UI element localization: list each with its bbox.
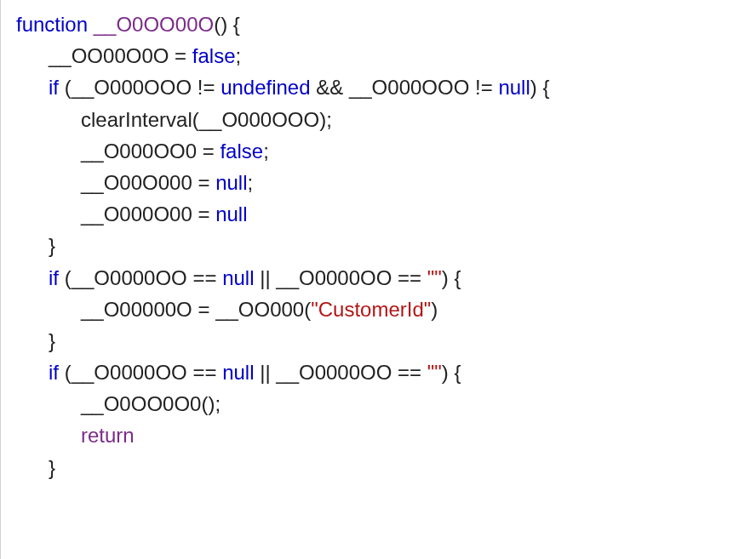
kw-false: false — [220, 140, 263, 163]
ident: __O000OO0 — [81, 140, 197, 163]
op-eq: = — [192, 202, 215, 225]
op-eqeq: == — [392, 361, 427, 384]
ident: __O000OOO — [349, 76, 469, 99]
paren-close: ) — [319, 108, 326, 131]
semi: ; — [248, 171, 254, 194]
kw-if: if — [49, 76, 59, 99]
kw-null: null — [222, 266, 254, 289]
kw-undefined: undefined — [220, 76, 310, 99]
paren-close: ) — [442, 361, 449, 384]
brace-open: { — [455, 361, 461, 384]
brace-close: } — [49, 329, 55, 352]
kw-null: null — [498, 76, 530, 99]
op-eqeq: == — [187, 361, 222, 384]
kw-null: null — [222, 361, 254, 384]
semi: ; — [215, 392, 220, 415]
paren-open: ( — [65, 76, 72, 99]
op-neq: != — [469, 76, 498, 99]
kw-if: if — [49, 266, 59, 289]
str-customerid: "CustomerId" — [311, 298, 431, 321]
kw-null: null — [215, 171, 247, 194]
code-block: function __O0OO00O() { __OO00O0O = false… — [0, 0, 756, 559]
brace-close: } — [49, 456, 55, 479]
op-eq: = — [192, 298, 215, 321]
op-eqeq: == — [187, 266, 222, 289]
fn-call: __O0OO0O0 — [81, 392, 201, 415]
paren-close: ) — [220, 13, 227, 36]
op-eq: = — [169, 44, 192, 67]
str-empty: "" — [427, 361, 442, 384]
op-or: || — [255, 266, 277, 289]
ident: __O0000OO — [72, 266, 187, 289]
ident: __O0000OO — [276, 361, 392, 384]
semi: ; — [263, 140, 269, 163]
ident: __O00000O — [81, 298, 192, 321]
kw-if: if — [49, 361, 59, 384]
paren-open: ( — [65, 361, 72, 384]
ident: __O00O000 — [81, 171, 192, 194]
op-eq: = — [197, 140, 220, 163]
op-eqeq: == — [392, 266, 427, 289]
ident: __OO00O0O — [49, 44, 169, 67]
op-or: || — [255, 361, 277, 384]
kw-function: function — [16, 13, 88, 36]
kw-return: return — [81, 424, 135, 447]
paren-open: ( — [65, 266, 72, 289]
ident: __O0000OO — [276, 266, 392, 289]
ident: __O0000OO — [72, 361, 187, 384]
paren-close: ) — [431, 298, 438, 321]
op-eq: = — [192, 171, 215, 194]
semi: ; — [235, 44, 241, 67]
ident: __O000O00 — [81, 202, 192, 225]
str-empty: "" — [427, 266, 442, 289]
ident: __O000OOO — [72, 76, 192, 99]
paren-open: ( — [192, 108, 199, 131]
brace-open: { — [455, 266, 461, 289]
kw-false: false — [192, 44, 236, 67]
paren-close: ) — [530, 76, 537, 99]
op-and: && — [311, 76, 349, 99]
kw-null: null — [215, 202, 247, 225]
paren-open: ( — [214, 13, 220, 36]
fn-clearinterval: clearInterval — [81, 108, 192, 131]
brace-close: } — [49, 234, 55, 257]
fn-name: __O0OO00O — [94, 13, 214, 36]
paren-close: ) — [442, 266, 449, 289]
fn-call: __OO000 — [215, 298, 304, 321]
ident: __O000OOO — [199, 108, 319, 131]
brace-open: { — [233, 13, 240, 36]
op-neq: != — [192, 76, 220, 99]
brace-open: { — [542, 76, 549, 99]
semi: ; — [326, 108, 332, 131]
